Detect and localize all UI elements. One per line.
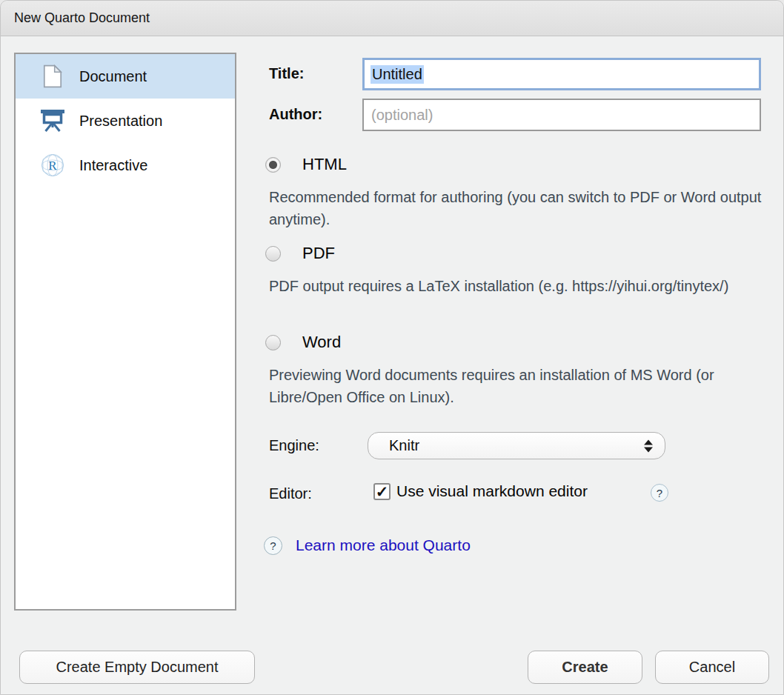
editor-help-icon[interactable]: ?	[651, 484, 668, 502]
sidebar-item-label: Presentation	[79, 113, 162, 130]
interactive-r-glyph: R	[48, 159, 57, 173]
radio-html[interactable]	[265, 157, 281, 173]
select-stepper-icon	[644, 439, 653, 452]
radio-word-label[interactable]: Word	[302, 333, 341, 352]
dialog-title: New Quarto Document	[14, 10, 150, 26]
sidebar-item-interactive[interactable]: R Interactive	[16, 143, 235, 187]
radio-word[interactable]	[265, 335, 281, 350]
author-label: Author:	[269, 106, 322, 123]
checkmark-icon: ✓	[376, 484, 389, 499]
visual-editor-checkbox-label[interactable]: Use visual markdown editor	[396, 482, 588, 500]
title-label: Title:	[269, 65, 304, 82]
html-description: Recommended format for authoring (you ca…	[269, 186, 764, 230]
sidebar-item-label: Interactive	[79, 157, 147, 174]
radio-pdf-label[interactable]: PDF	[302, 244, 335, 263]
title-input[interactable]: Untitled	[362, 58, 761, 90]
quarto-help-icon[interactable]: ?	[264, 536, 282, 555]
pdf-description: PDF output requires a LaTeX installation…	[269, 275, 764, 297]
cancel-button[interactable]: Cancel	[655, 651, 769, 684]
sidebar-item-label: Document	[79, 68, 147, 85]
word-description: Previewing Word documents requires an in…	[269, 364, 764, 408]
dialog-titlebar: New Quarto Document	[1, 1, 783, 36]
learn-more-link[interactable]: Learn more about Quarto	[296, 536, 471, 554]
create-empty-document-button[interactable]: Create Empty Document	[19, 651, 255, 684]
new-quarto-document-dialog: New Quarto Document Document	[0, 0, 784, 695]
visual-editor-checkbox[interactable]: ✓	[373, 483, 391, 500]
radio-html-label[interactable]: HTML	[302, 155, 347, 174]
title-value-selected: Untitled	[371, 65, 424, 84]
author-input[interactable]	[362, 99, 761, 131]
radio-pdf[interactable]	[265, 246, 281, 262]
sidebar-item-presentation[interactable]: Presentation	[16, 99, 235, 143]
engine-select[interactable]: Knitr	[368, 432, 665, 459]
document-icon	[41, 64, 64, 88]
create-button[interactable]: Create	[528, 651, 642, 684]
document-type-list: Document Presentation	[14, 53, 236, 611]
presentation-icon	[41, 109, 64, 133]
interactive-icon: R	[41, 153, 64, 177]
engine-selected-value: Knitr	[389, 437, 419, 454]
sidebar-item-document[interactable]: Document	[16, 54, 235, 99]
editor-label: Editor:	[269, 485, 312, 502]
engine-label: Engine:	[269, 437, 319, 454]
